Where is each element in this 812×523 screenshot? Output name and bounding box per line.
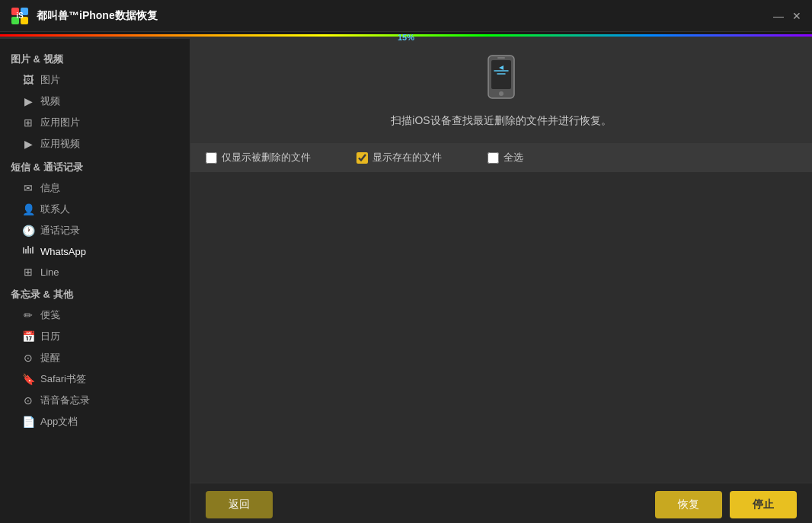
sidebar-item-voice-memo[interactable]: ⊙ 语音备忘录 xyxy=(0,390,190,411)
sidebar-item-photos[interactable]: 🖼 图片 xyxy=(0,69,190,91)
sidebar-item-messages[interactable]: ✉ 信息 xyxy=(0,177,190,199)
title-bar-controls: — ✕ xyxy=(772,10,803,22)
progress-bar-container: 15% xyxy=(0,34,812,39)
stop-button[interactable]: 停止 xyxy=(730,491,797,518)
sidebar-item-line[interactable]: ⊞ Line xyxy=(0,262,190,282)
filter-select-all[interactable]: 全选 xyxy=(488,151,523,164)
docs-icon: 📄 xyxy=(21,416,35,428)
close-button[interactable]: ✕ xyxy=(791,10,803,22)
filter-all-label: 全选 xyxy=(504,151,523,164)
svg-point-13 xyxy=(499,91,504,96)
sidebar-item-contacts[interactable]: 👤 联系人 xyxy=(0,199,190,220)
svg-rect-12 xyxy=(491,60,511,89)
sidebar-item-notes[interactable]: ✏ 便笺 xyxy=(0,305,190,326)
content-area: 扫描iOS设备查找最近删除的文件并进行恢复。 仅显示被删除的文件 显示存在的文件… xyxy=(190,39,812,523)
title-bar-left: iS 都叫兽™iPhone数据恢复 xyxy=(9,5,158,27)
safari-icon: 🔖 xyxy=(21,373,35,385)
sidebar-item-label: 通话记录 xyxy=(40,224,80,238)
title-bar: iS 都叫兽™iPhone数据恢复 — ✕ xyxy=(0,0,812,32)
app-video-icon: ▶ xyxy=(21,138,35,150)
sidebar-section-notes: 备忘录 & 其他 xyxy=(0,282,190,305)
sidebar-item-label: 信息 xyxy=(40,181,60,195)
photos-icon: 🖼 xyxy=(21,74,35,86)
sidebar-item-call-log[interactable]: 🕐 通话记录 xyxy=(0,220,190,241)
sidebar-item-calendar[interactable]: 📅 日历 xyxy=(0,326,190,347)
sidebar-item-label: 联系人 xyxy=(40,203,70,216)
line-icon: ⊞ xyxy=(21,266,35,278)
filter-existing-checkbox[interactable] xyxy=(356,152,368,164)
sidebar-item-label: 视频 xyxy=(40,94,60,108)
bottom-bar: 返回 恢复 停止 xyxy=(190,483,812,523)
phone-scan-icon xyxy=(482,54,520,107)
filter-all-checkbox[interactable] xyxy=(488,152,499,164)
sidebar-item-label: Safari书签 xyxy=(40,372,86,386)
filter-bar: 仅显示被删除的文件 显示存在的文件 全选 xyxy=(190,143,812,172)
sidebar-item-label: 提醒 xyxy=(40,351,60,365)
sidebar-item-label: 应用视频 xyxy=(40,137,80,151)
sidebar-item-label: 应用图片 xyxy=(40,116,80,129)
notes-icon: ✏ xyxy=(21,309,35,321)
app-title: 都叫兽™iPhone数据恢复 xyxy=(37,9,158,23)
video-icon: ▶ xyxy=(21,95,35,107)
sidebar: 图片 & 视频 🖼 图片 ▶ 视频 ⊞ 应用图片 ▶ 应用视频 短信 & 通话记… xyxy=(0,39,190,523)
sidebar-item-label: App文档 xyxy=(40,415,78,429)
message-icon: ✉ xyxy=(21,182,35,194)
sidebar-item-label: WhatsApp xyxy=(40,246,86,257)
sidebar-section-messages: 短信 & 通话记录 xyxy=(0,155,190,177)
progress-label: 15% xyxy=(398,35,414,40)
svg-text:iS: iS xyxy=(16,11,24,20)
svg-rect-14 xyxy=(497,57,505,59)
recover-button[interactable]: 恢复 xyxy=(655,491,722,518)
sidebar-item-label: 语音备忘录 xyxy=(40,394,90,407)
bottom-right-buttons: 恢复 停止 xyxy=(655,491,797,518)
scan-header: 扫描iOS设备查找最近删除的文件并进行恢复。 xyxy=(190,39,812,143)
whatsapp-icon xyxy=(21,245,35,258)
sidebar-item-label: 日历 xyxy=(40,330,60,343)
filter-deleted-only[interactable]: 仅显示被删除的文件 xyxy=(206,151,311,164)
sidebar-item-videos[interactable]: ▶ 视频 xyxy=(0,91,190,112)
sidebar-item-label: Line xyxy=(40,266,59,278)
filter-deleted-label: 仅显示被删除的文件 xyxy=(222,151,311,164)
minimize-button[interactable]: — xyxy=(772,10,785,22)
sidebar-item-label: 便笺 xyxy=(40,308,60,322)
sidebar-item-safari[interactable]: 🔖 Safari书签 xyxy=(0,368,190,390)
filter-existing-label: 显示存在的文件 xyxy=(372,151,442,164)
filter-show-existing[interactable]: 显示存在的文件 xyxy=(356,151,442,164)
svg-rect-9 xyxy=(30,248,31,254)
contacts-icon: 👤 xyxy=(21,203,35,215)
sidebar-item-app-docs[interactable]: 📄 App文档 xyxy=(0,411,190,432)
calendar-icon: 📅 xyxy=(21,330,35,343)
svg-rect-6 xyxy=(23,247,24,254)
sidebar-item-app-photos[interactable]: ⊞ 应用图片 xyxy=(0,112,190,133)
filter-deleted-checkbox[interactable] xyxy=(206,152,217,164)
call-icon: 🕐 xyxy=(21,225,35,237)
sidebar-item-app-videos[interactable]: ▶ 应用视频 xyxy=(0,133,190,155)
app-photos-icon: ⊞ xyxy=(21,116,35,129)
scan-description: 扫描iOS设备查找最近删除的文件并进行恢复。 xyxy=(391,114,611,128)
svg-rect-10 xyxy=(32,247,34,254)
voice-icon: ⊙ xyxy=(21,394,35,407)
svg-rect-7 xyxy=(25,249,27,254)
main-layout: 图片 & 视频 🖼 图片 ▶ 视频 ⊞ 应用图片 ▶ 应用视频 短信 & 通话记… xyxy=(0,39,812,523)
sidebar-section-media: 图片 & 视频 xyxy=(0,46,190,69)
file-list-area xyxy=(190,172,812,483)
sidebar-item-whatsapp[interactable]: WhatsApp xyxy=(0,241,190,262)
reminder-icon: ⊙ xyxy=(21,352,35,364)
app-logo: iS xyxy=(9,5,30,27)
sidebar-item-label: 图片 xyxy=(40,73,60,87)
svg-rect-8 xyxy=(27,246,29,254)
back-button[interactable]: 返回 xyxy=(206,491,273,518)
sidebar-item-reminders[interactable]: ⊙ 提醒 xyxy=(0,347,190,368)
